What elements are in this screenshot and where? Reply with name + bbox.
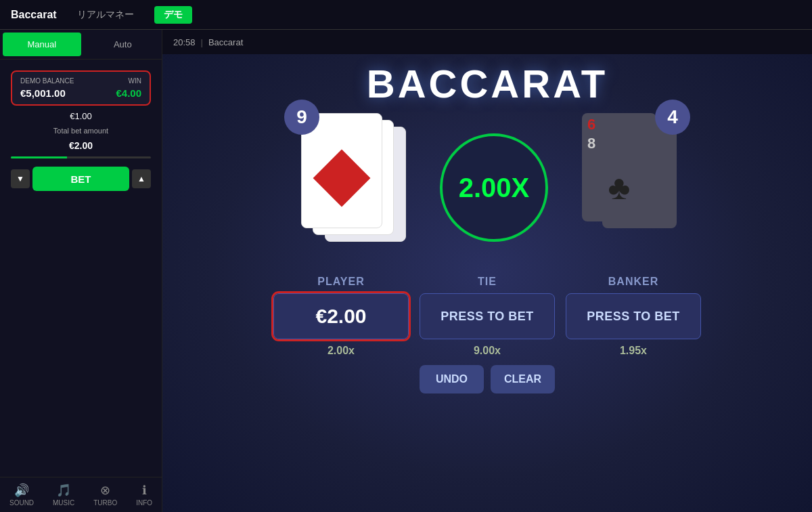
music-label: MUSIC [53,499,74,507]
cards-section: 9 6 3 2.0 [162,113,812,262]
total-bet-label: Total bet amount [53,127,108,135]
sound-symbol: 🔊 [14,483,29,498]
balance-amount: €5,001.00 [20,87,66,99]
player-label: PLAYER [317,276,364,288]
demo-balance-label: DEMO BALANCE [20,77,74,85]
logo: Baccarat [11,9,57,21]
player-multiplier: 2.00x [328,345,355,357]
chip-amount: €1.00 [70,111,92,121]
banker-card-8: 8 [587,136,651,151]
bet-section: PLAYER €2.00 2.00x TIE PRESS TO BET 9.00… [162,276,812,393]
banker-score-badge: 4 [655,100,690,135]
progress-fill [11,156,67,158]
sidebar-content: DEMO BALANCE WIN €5,001.00 €4.00 €1.00 T… [0,60,162,477]
club-suit: ♣ [608,168,631,207]
player-bet-box[interactable]: €2.00 [273,293,409,339]
win-label: WIN [129,77,141,85]
info-label: INFO [136,499,152,507]
bet-controls: ▼ BET ▲ [11,167,151,191]
diamond-suit [313,150,371,207]
main-layout: Manual Auto DEMO BALANCE WIN €5,001.00 €… [0,30,812,512]
banker-multiplier: 1.95x [620,345,647,357]
tab-auto[interactable]: Auto [84,30,162,59]
banker-press-to-bet-button[interactable]: PRESS TO BET [566,293,701,339]
balance-box: DEMO BALANCE WIN €5,001.00 €4.00 [11,70,151,106]
topbar: 20:58 | Baccarat [162,30,812,54]
info-symbol: ℹ [142,483,147,498]
mode-tabs: Manual Auto [0,30,162,60]
info-icon[interactable]: ℹ INFO [136,483,152,507]
player-score-badge: 9 [284,100,319,135]
progress-bar [11,156,151,158]
turbo-symbol: ⊗ [100,483,110,498]
tie-multiplier: 9.00x [474,345,501,357]
top-nav: Baccarat リアルマネー デモ [0,0,812,30]
game-title: BACCARAT [367,61,608,106]
balance-labels: DEMO BALANCE WIN [20,77,141,85]
sidebar-footer: 🔊 SOUND 🎵 MUSIC ⊗ TURBO ℹ INFO [0,477,162,512]
sidebar: Manual Auto DEMO BALANCE WIN €5,001.00 €… [0,30,162,512]
undo-button[interactable]: UNDO [420,365,484,393]
player-cards: 9 6 3 [291,113,413,262]
multiplier-circle: 2.00X [440,133,548,242]
total-bet-amount: €2.00 [69,140,93,151]
banker-bet-column: BANKER PRESS TO BET 1.95x [566,276,701,393]
action-buttons: UNDO CLEAR [420,365,555,393]
banker-suit-area: ♣ [587,151,651,217]
banker-card-front: 6 8 ♣ [582,113,656,221]
clear-button[interactable]: CLEAR [491,365,555,393]
game-area: BACCARAT 9 6 3 [162,54,812,512]
card-diamond-area [307,133,376,223]
banker-cards: 4 6 8 ♣ [575,113,683,262]
bet-increase-button[interactable]: ▲ [132,169,151,188]
sound-icon[interactable]: 🔊 SOUND [9,483,34,507]
turbo-icon[interactable]: ⊗ TURBO [93,483,117,507]
banker-label: BANKER [608,276,658,288]
tie-label: TIE [478,276,497,288]
balance-values: €5,001.00 €4.00 [20,87,141,99]
win-amount: €4.00 [116,87,141,99]
bet-decrease-button[interactable]: ▼ [11,169,30,188]
multiplier-value: 2.00X [459,173,530,203]
topbar-breadcrumb: Baccarat [208,37,243,47]
turbo-label: TURBO [93,499,117,507]
music-symbol: 🎵 [56,483,71,498]
sound-label: SOUND [9,499,34,507]
real-money-button[interactable]: リアルマネー [68,6,143,24]
demo-button[interactable]: デモ [154,6,192,24]
tie-press-to-bet-button[interactable]: PRESS TO BET [420,293,555,339]
music-icon[interactable]: 🎵 MUSIC [53,483,74,507]
banker-card-6: 6 [587,117,651,132]
player-bet-value: €2.00 [315,305,366,328]
bet-button[interactable]: BET [32,167,129,191]
player-bet-column: PLAYER €2.00 2.00x [273,276,409,393]
topbar-time: 20:58 [173,37,196,47]
topbar-separator: | [201,37,203,47]
tie-bet-column: TIE PRESS TO BET 9.00x UNDO CLEAR [420,276,555,393]
main-area: 20:58 | Baccarat BACCARAT 9 6 [162,30,812,512]
tab-manual[interactable]: Manual [3,33,81,56]
